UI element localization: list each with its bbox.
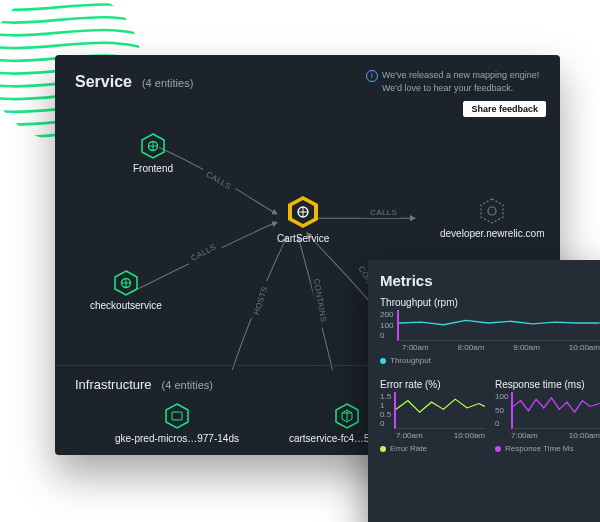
throughput-y-axis: 200 100 0 (380, 310, 393, 340)
response-time-title: Response time (ms) (495, 379, 600, 390)
service-hex-icon (286, 195, 320, 229)
service-hex-icon (140, 133, 166, 159)
svg-point-15 (488, 207, 496, 215)
metrics-heading: Metrics (380, 272, 600, 289)
service-hex-icon (113, 270, 139, 296)
throughput-chart[interactable] (397, 310, 600, 341)
throughput-x-axis: 7:00am8:00am9:00am10:00am (380, 343, 600, 352)
rt-legend: Response Time Ms (495, 444, 600, 453)
service-heading: Service (75, 73, 132, 91)
svg-marker-16 (166, 404, 188, 428)
host-hex-icon (164, 403, 190, 429)
info-icon: i (366, 70, 378, 82)
node-frontend[interactable]: Frontend (133, 133, 173, 174)
error-y-axis: 1.5 1 0.5 0 (380, 392, 391, 428)
error-x-axis: 7:00am10:00am (380, 431, 485, 440)
node-cartservice[interactable]: CartService (277, 195, 329, 244)
response-time-chart[interactable] (511, 392, 600, 429)
release-notice: iWe've released a new mapping engine! We… (366, 69, 546, 94)
svg-marker-14 (481, 199, 503, 223)
error-legend: Error Rate (380, 444, 485, 453)
container-hex-icon (334, 403, 360, 429)
rt-y-axis: 100 50 0 (495, 392, 508, 428)
throughput-title: Throughput (rpm) (380, 297, 600, 308)
throughput-legend: Throughput (380, 356, 600, 365)
edge-label-calls: CALLS (365, 207, 402, 218)
node-external-newrelic[interactable]: developer.newrelic.com (440, 198, 545, 239)
infrastructure-count: (4 entities) (162, 379, 213, 391)
svg-rect-17 (172, 412, 182, 420)
rt-x-axis: 7:00am10:00am (495, 431, 600, 440)
error-rate-chart[interactable] (394, 392, 485, 429)
node-checkoutservice[interactable]: checkoutservice (90, 270, 162, 311)
service-count: (4 entities) (142, 77, 193, 89)
external-hex-icon (479, 198, 505, 224)
error-rate-title: Error rate (%) (380, 379, 485, 390)
node-gke-host[interactable]: gke-pred-micros…977-14ds (115, 403, 239, 444)
infrastructure-heading: Infrastructure (75, 377, 152, 392)
metrics-panel: Metrics Throughput (rpm) 200 100 0 7:00a… (368, 260, 600, 522)
